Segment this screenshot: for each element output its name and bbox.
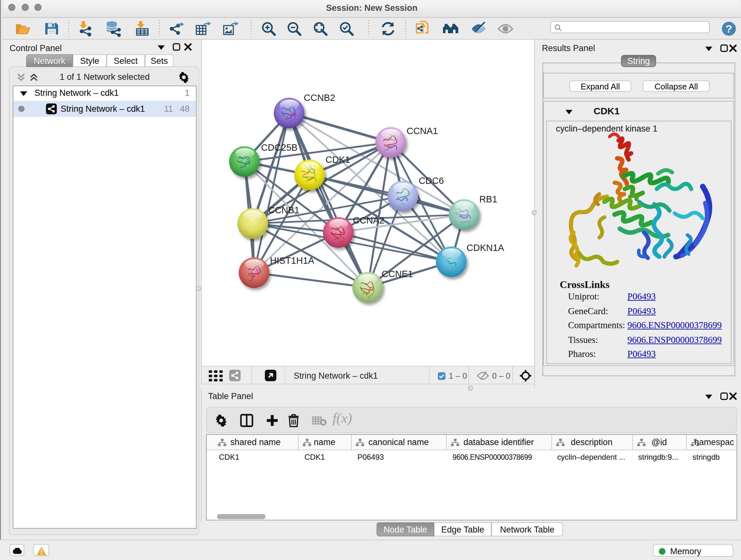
svg-text:CDKN1A: CDKN1A [467, 243, 504, 253]
svg-text:CDK1: CDK1 [326, 154, 350, 165]
svg-text:RB1: RB1 [479, 194, 497, 204]
svg-text:CCNA1: CCNA1 [407, 126, 438, 136]
svg-text:CDC6: CDC6 [419, 176, 444, 186]
svg-text:CCNB1: CCNB1 [268, 205, 299, 215]
svg-text:CCNA2: CCNA2 [353, 215, 384, 226]
svg-text:?: ? [725, 23, 732, 35]
svg-text:CCNB2: CCNB2 [304, 92, 335, 103]
svg-text:CCNE1: CCNE1 [382, 269, 413, 279]
svg-text:HIST1H1A: HIST1H1A [270, 255, 314, 266]
svg-text:CDC25B: CDC25B [261, 142, 297, 152]
